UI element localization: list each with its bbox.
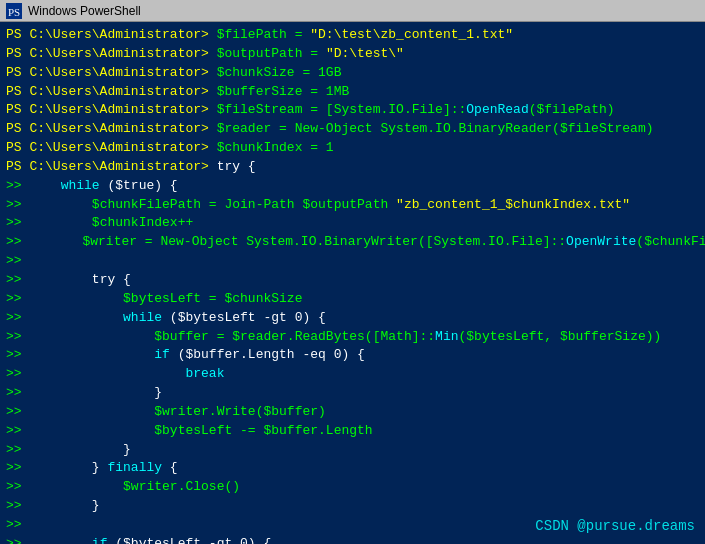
- terminal-line: >> while ($bytesLeft -gt 0) {: [6, 309, 699, 328]
- watermark: CSDN @pursue.dreams: [535, 518, 695, 534]
- terminal-line: >> $bytesLeft -= $buffer.Length: [6, 422, 699, 441]
- terminal-line: >> $writer = New-Object System.IO.Binary…: [6, 233, 699, 252]
- terminal-line: PS C:\Users\Administrator> $fileStream =…: [6, 101, 699, 120]
- powershell-icon: PS: [6, 3, 22, 19]
- terminal-line: PS C:\Users\Administrator> $chunkSize = …: [6, 64, 699, 83]
- terminal-line: >> $bytesLeft = $chunkSize: [6, 290, 699, 309]
- terminal-line: >> } finally {: [6, 459, 699, 478]
- terminal-line: >> }: [6, 441, 699, 460]
- title-bar-text: Windows PowerShell: [28, 4, 141, 18]
- terminal-line: >> }: [6, 497, 699, 516]
- terminal-line: PS C:\Users\Administrator> $outputPath =…: [6, 45, 699, 64]
- terminal-line: PS C:\Users\Administrator> $bufferSize =…: [6, 83, 699, 102]
- terminal-line: >> $writer.Close(): [6, 478, 699, 497]
- terminal[interactable]: PS C:\Users\Administrator> $filePath = "…: [0, 22, 705, 544]
- terminal-line: >> $writer.Write($buffer): [6, 403, 699, 422]
- title-bar: PS Windows PowerShell: [0, 0, 705, 22]
- terminal-line: >>: [6, 252, 699, 271]
- terminal-line: >> $chunkFilePath = Join-Path $outputPat…: [6, 196, 699, 215]
- terminal-line: >> while ($true) {: [6, 177, 699, 196]
- svg-text:PS: PS: [8, 6, 20, 18]
- terminal-line: >> }: [6, 384, 699, 403]
- terminal-line: >> $chunkIndex++: [6, 214, 699, 233]
- terminal-line: >> try {: [6, 271, 699, 290]
- terminal-line: PS C:\Users\Administrator> $reader = New…: [6, 120, 699, 139]
- terminal-line: >> $buffer = $reader.ReadBytes([Math]::M…: [6, 328, 699, 347]
- terminal-line: >> if ($bytesLeft -gt 0) {: [6, 535, 699, 544]
- terminal-line: PS C:\Users\Administrator> $filePath = "…: [6, 26, 699, 45]
- terminal-line: >> break: [6, 365, 699, 384]
- terminal-line: PS C:\Users\Administrator> $chunkIndex =…: [6, 139, 699, 158]
- terminal-line: >> if ($buffer.Length -eq 0) {: [6, 346, 699, 365]
- terminal-line: PS C:\Users\Administrator> try {: [6, 158, 699, 177]
